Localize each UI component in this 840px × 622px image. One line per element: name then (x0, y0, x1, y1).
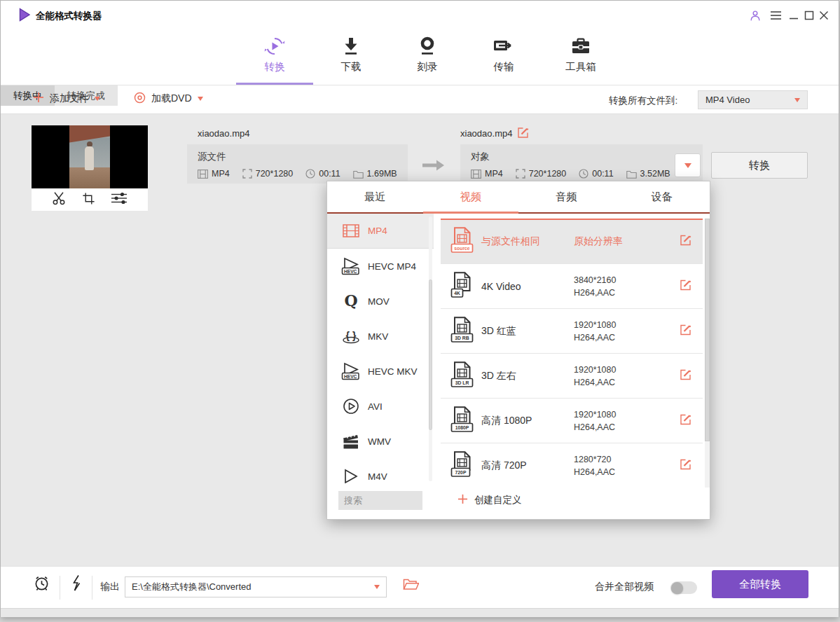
play-circle-icon (340, 398, 362, 415)
arrow-right-icon (421, 160, 445, 174)
tab-download[interactable]: 下载 (319, 34, 383, 79)
format-item-m4v[interactable]: M4V (327, 459, 434, 483)
close-button[interactable] (818, 9, 830, 22)
tab-convert[interactable]: 转换 (242, 34, 307, 79)
create-custom-label: 创建自定义 (474, 494, 522, 506)
hevc-icon: HEVC (340, 257, 362, 275)
target-format: MP4 (485, 169, 503, 179)
panel-tab-设备[interactable]: 设备 (614, 181, 710, 212)
maximize-button[interactable] (803, 9, 815, 22)
convert-to-label: 转换所有文件到: (609, 95, 677, 107)
chevron-down-icon (198, 97, 203, 101)
svg-text:{ }: { } (346, 330, 357, 341)
convert-button[interactable]: 转换 (711, 152, 808, 179)
edit-preset-icon[interactable] (680, 413, 691, 428)
menu-icon[interactable] (769, 9, 782, 22)
edit-preset-icon[interactable] (680, 235, 691, 249)
format-item-mkv[interactable]: { }MKV (327, 319, 434, 354)
panel-tab-音频[interactable]: 音频 (518, 181, 614, 212)
load-dvd-button[interactable]: 加载DVD (134, 92, 203, 106)
create-custom-button[interactable]: 创建自定义 (457, 494, 522, 506)
panel-tab-最近[interactable]: 最近 (327, 181, 423, 212)
plus-icon (457, 494, 468, 506)
preset-name: 4K Video (481, 264, 521, 308)
account-icon[interactable] (749, 9, 762, 22)
preset-specs: 1920*1080H264,AAC (574, 354, 616, 398)
panel-tab-视频[interactable]: 视频 (423, 181, 519, 212)
trim-icon[interactable] (52, 191, 67, 208)
output-format-value: MP4 Video (705, 95, 750, 105)
preset-row-1080p[interactable]: 1080P高清 1080P1920*1080H264,AAC (441, 398, 703, 443)
rename-icon[interactable] (517, 127, 529, 141)
play-outline-icon (340, 469, 362, 483)
schedule-icon[interactable] (33, 574, 50, 595)
bottom-bar: 输出 合并全部视频 全部转换 (1, 566, 839, 608)
video-file-icon: source (450, 227, 474, 256)
preset-resolution: 1920*1080 (574, 320, 616, 330)
main-nav: 转换 下载 刻录 传输 工具箱 (1, 29, 839, 85)
preset-codec: H264,AAC (574, 288, 616, 298)
clock-icon (579, 169, 588, 179)
output-format-select[interactable]: MP4 Video (698, 90, 808, 109)
edit-preset-icon[interactable] (680, 279, 691, 293)
effects-icon[interactable] (111, 192, 128, 207)
format-label: HEVC MP4 (368, 261, 416, 272)
preset-codec: H264,AAC (574, 422, 616, 432)
preset-list: source与源文件相同原始分辨率4K4K Video3840*2160H264… (441, 219, 703, 488)
braces-icon: { } (340, 328, 362, 345)
preset-list-scrollbar[interactable] (705, 219, 710, 488)
add-file-label: 添加文件 (50, 92, 89, 105)
preset-row-4k[interactable]: 4K4K Video3840*2160H264,AAC (441, 263, 703, 308)
format-label: M4V (368, 471, 387, 482)
preset-row-720p[interactable]: 720P高清 720P1280*720H264,AAC (441, 443, 703, 488)
edit-preset-icon[interactable] (680, 368, 691, 383)
video-file-icon: 3D LR (450, 361, 474, 391)
tab-transfer[interactable]: 传输 (471, 34, 536, 79)
preset-dropdown-button[interactable] (675, 153, 701, 177)
svg-text:source: source (454, 246, 470, 251)
target-section-label: 对象 (471, 151, 703, 163)
merge-toggle[interactable] (670, 581, 697, 594)
preset-name: 3D 红蓝 (481, 309, 516, 353)
edit-preset-icon[interactable] (680, 458, 691, 473)
video-file-icon: 3D RB (450, 317, 474, 346)
format-item-wmv[interactable]: WMV (327, 424, 434, 459)
preset-name: 3D 左右 (481, 354, 516, 398)
format-item-mp4[interactable]: MP4 (327, 214, 434, 249)
format-item-avi[interactable]: AVI (327, 389, 434, 424)
format-item-hevc-mp4[interactable]: HEVCHEVC MP4 (327, 249, 434, 284)
tab-burn[interactable]: 刻录 (395, 34, 460, 79)
titlebar: 全能格式转换器 (1, 1, 839, 29)
open-folder-icon[interactable] (403, 577, 419, 593)
search-input[interactable] (338, 491, 422, 510)
format-label: MP4 (368, 226, 387, 236)
chevron-down-icon (95, 97, 100, 101)
format-panel: 最近视频音频设备 MP4HEVCHEVC MP4QMOV{ }MKVHEVCHE… (326, 181, 710, 520)
minimize-button[interactable] (787, 9, 800, 22)
preset-row-3d-lr[interactable]: 3D LR3D 左右1920*1080H264,AAC (441, 353, 703, 398)
output-path-select[interactable] (125, 576, 387, 597)
clapperboard-icon (340, 433, 362, 450)
format-item-hevc-mkv[interactable]: HEVCHEVC MKV (327, 354, 434, 389)
output-path-input[interactable] (132, 582, 374, 593)
tab-toolbox[interactable]: 工具箱 (549, 34, 613, 79)
source-resolution: 720*1280 (256, 169, 294, 179)
preset-row-source[interactable]: source与源文件相同原始分辨率 (441, 219, 703, 263)
format-list-scrollbar[interactable] (429, 216, 432, 481)
target-info-box: 对象 MP4 720*1280 00:11 3.52MB (460, 144, 703, 184)
preset-specs: 1920*1080H264,AAC (574, 309, 616, 353)
transfer-icon (493, 34, 515, 58)
svg-text:3D RB: 3D RB (455, 336, 469, 340)
high-speed-icon[interactable] (70, 574, 82, 595)
film-icon (198, 170, 208, 179)
format-item-mov[interactable]: QMOV (327, 284, 434, 319)
crop-icon[interactable] (82, 192, 95, 208)
preset-row-3d-rb[interactable]: 3D RB3D 红蓝1920*1080H264,AAC (441, 308, 703, 353)
add-file-button[interactable]: 添加文件 (33, 92, 100, 105)
format-label: WMV (368, 436, 391, 447)
edit-preset-icon[interactable] (680, 324, 691, 338)
app-logo-icon (18, 8, 31, 25)
source-duration: 00:11 (319, 169, 340, 179)
convert-all-button[interactable]: 全部转换 (712, 570, 808, 598)
target-filename: xiaodao.mp4 (460, 128, 512, 139)
